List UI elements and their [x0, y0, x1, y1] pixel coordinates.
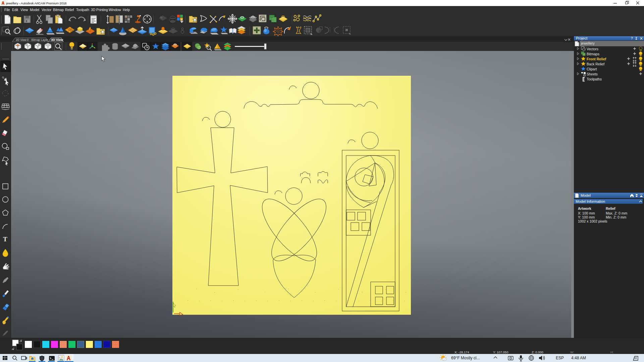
svg-text:ESP: ESP [556, 356, 564, 360]
svg-text:69°F Mostly cl...: 69°F Mostly cl... [451, 356, 480, 360]
svg-text:?: ? [631, 37, 633, 40]
svg-text:3D View: 3D View [51, 38, 63, 42]
svg-text:4:48 AM: 4:48 AM [571, 356, 586, 360]
svg-text:2D View:0 - Bitmap Layer: 2D View:0 - Bitmap Layer [16, 38, 48, 42]
svg-text:T: T [3, 236, 7, 243]
